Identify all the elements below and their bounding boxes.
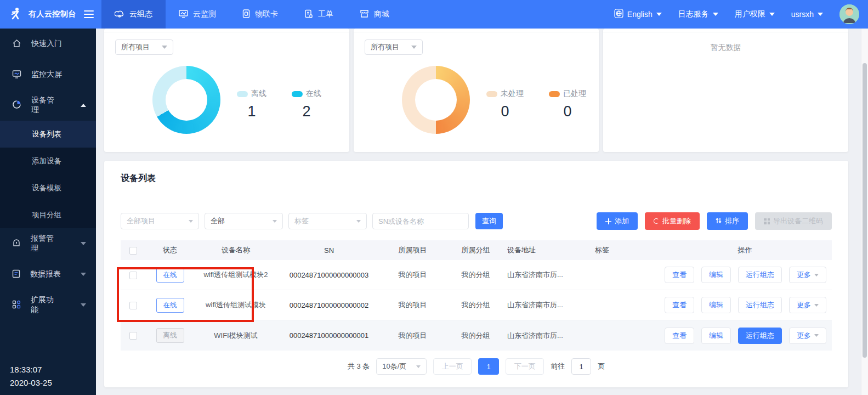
sidebar-item-device-management[interactable]: 设备管理: [0, 90, 96, 121]
edit-button[interactable]: 编辑: [701, 267, 731, 283]
view-button[interactable]: 查看: [665, 328, 694, 344]
select-all-checkbox[interactable]: [129, 247, 137, 255]
scrollbar-thumb[interactable]: [863, 63, 867, 358]
row-checkbox[interactable]: [129, 332, 137, 340]
tab-iot-sim[interactable]: 物联卡: [229, 0, 291, 29]
handled-count: 0: [563, 103, 571, 120]
alarm-status-card: 所有项目 未处理 0 已处理 0: [354, 29, 599, 152]
qr-code-icon: [764, 218, 770, 224]
sidebar-clock: 18:33:07 2020-03-25: [10, 363, 52, 390]
caret-down-icon: [411, 46, 417, 49]
device-sn: 00024871000000000003: [277, 271, 381, 279]
view-button[interactable]: 查看: [665, 267, 694, 283]
caret-down-icon: [81, 303, 86, 307]
caret-down-icon: [814, 274, 819, 276]
prev-page-button[interactable]: 上一页: [433, 358, 472, 375]
main-tabs: 云组态 云监测 物联卡 工单 商城: [101, 0, 402, 29]
online-swatch: [292, 91, 303, 97]
query-button[interactable]: 查询: [475, 213, 503, 229]
tab-cloud-scada[interactable]: 云组态: [101, 0, 166, 29]
row-checkbox[interactable]: [129, 302, 137, 309]
sidebar-subitem-project-group[interactable]: 项目分组: [0, 201, 96, 228]
more-button[interactable]: 更多: [789, 297, 826, 313]
caret-down-icon: [713, 13, 718, 16]
project-select[interactable]: 全部项目: [121, 213, 199, 229]
sort-button[interactable]: 排序: [707, 212, 748, 230]
sidebar-subitem-device-list[interactable]: 设备列表: [0, 121, 96, 148]
offline-count: 1: [247, 103, 256, 120]
sidebar-item-quick-start[interactable]: 快速入门: [0, 29, 96, 59]
scrollbar-track[interactable]: [861, 29, 868, 395]
device-group: 我的分组: [444, 331, 507, 341]
device-address: 山东省济南市历...: [507, 270, 595, 280]
device-sn: 00024871000000000001: [277, 331, 381, 340]
tab-work-order[interactable]: 工单: [291, 0, 347, 29]
sidebar-item-alarm-management[interactable]: 报警管理: [0, 228, 96, 259]
edit-button[interactable]: 编辑: [701, 297, 731, 313]
tag-select[interactable]: 标签: [288, 213, 367, 229]
goto-page-input[interactable]: [571, 358, 591, 375]
legend-handled: 已处理 0: [549, 89, 586, 120]
row-checkbox[interactable]: [129, 272, 137, 279]
device-name: WIFI模块测试: [195, 331, 277, 341]
run-scada-button[interactable]: 运行组态: [738, 297, 782, 313]
legend-unhandled: 未处理 0: [486, 89, 524, 120]
run-scada-button[interactable]: 运行组态: [738, 328, 782, 344]
status-badge: 在线: [156, 268, 184, 283]
more-button[interactable]: 更多: [789, 328, 826, 344]
report-icon: [12, 269, 20, 280]
next-page-button[interactable]: 下一页: [506, 358, 544, 375]
topbar-right-menu: English 日志服务 用户权限 usrsxh: [614, 4, 868, 24]
usr-logo-icon: [9, 7, 23, 22]
table-row: 在线 wifi透传组测试模块 00024871000000000002 我的项目…: [121, 290, 832, 320]
sidebar-subitem-device-template[interactable]: 设备模板: [0, 174, 96, 201]
batch-delete-button[interactable]: 批量删除: [645, 212, 700, 230]
status-select[interactable]: 全部: [205, 213, 283, 229]
run-scada-button[interactable]: 运行组态: [738, 267, 782, 283]
legend-online: 在线 2: [292, 89, 321, 120]
export-qr-button[interactable]: 导出设备二维码: [755, 212, 832, 230]
device-status-donut-chart: [152, 66, 220, 134]
menu-toggle-icon[interactable]: [84, 10, 94, 18]
monitor-chart-icon: [179, 9, 188, 20]
caret-down-icon: [81, 242, 86, 245]
cloud-icon: [115, 9, 124, 20]
add-button[interactable]: 添加: [597, 212, 638, 230]
tab-mall[interactable]: 商城: [347, 0, 402, 29]
caret-down-icon: [769, 13, 775, 16]
panel-title: 设备列表: [121, 173, 156, 184]
status-badge: 在线: [156, 298, 184, 313]
log-service-menu[interactable]: 日志服务: [678, 9, 718, 19]
language-selector[interactable]: English: [614, 9, 662, 20]
sidebar-item-extensions[interactable]: 扩展功能: [0, 290, 96, 320]
project-filter-select[interactable]: 所有项目: [365, 40, 423, 55]
clock-date: 2020-03-25: [10, 376, 52, 390]
device-name: wifi透传组测试模块2: [195, 270, 277, 280]
user-rights-menu[interactable]: 用户权限: [735, 9, 775, 19]
device-management-submenu: 设备列表 添加设备 设备模板 项目分组: [0, 121, 96, 228]
device-project: 我的项目: [381, 331, 444, 341]
user-avatar[interactable]: [839, 4, 859, 24]
alarm-status-donut-chart: [402, 66, 470, 134]
view-button[interactable]: 查看: [665, 297, 694, 313]
device-group: 我的分组: [444, 270, 507, 280]
batch-delete-icon: [654, 218, 659, 224]
sidebar-item-data-report[interactable]: 数据报表: [0, 259, 96, 290]
search-input[interactable]: [372, 213, 469, 229]
tab-cloud-monitor[interactable]: 云监测: [166, 0, 229, 29]
page-number-1[interactable]: 1: [478, 358, 499, 375]
device-table: 状态 设备名称 SN 所属项目 所属分组 设备地址 标签 操作 在线 wifi透…: [121, 240, 832, 351]
filter-row: 全部项目 全部 标签 查询: [121, 213, 503, 229]
offline-swatch: [237, 91, 248, 97]
work-order-icon: [304, 9, 313, 20]
unhandled-swatch: [486, 91, 497, 97]
more-button[interactable]: 更多: [789, 267, 826, 283]
username-menu[interactable]: usrsxh: [791, 10, 823, 19]
main-content: 所有项目 离线 1 在线 2 所有项目: [96, 29, 868, 395]
brand-area: 有人云控制台: [0, 0, 96, 29]
sidebar-subitem-add-device[interactable]: 添加设备: [0, 148, 96, 174]
sidebar-item-monitor-screen[interactable]: 监控大屏: [0, 59, 96, 90]
project-filter-select[interactable]: 所有项目: [115, 40, 173, 55]
page-size-select[interactable]: 10条/页: [376, 358, 427, 375]
edit-button[interactable]: 编辑: [701, 328, 731, 344]
